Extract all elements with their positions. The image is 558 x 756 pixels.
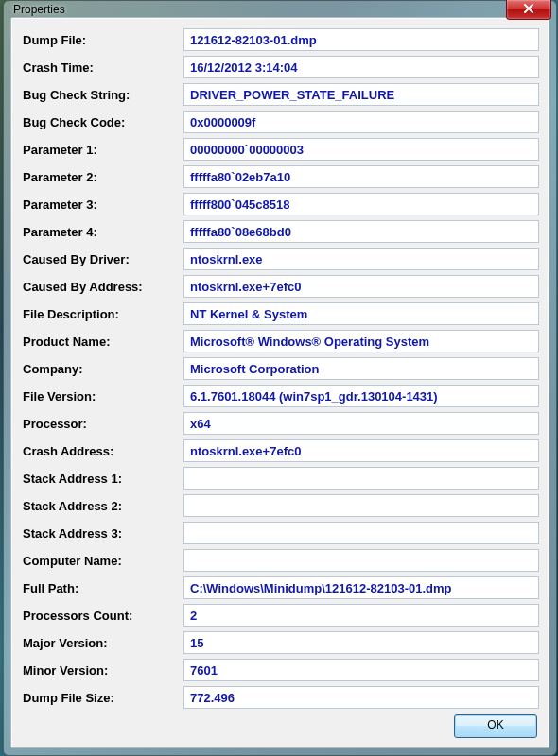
- field-value[interactable]: [183, 56, 539, 78]
- field-row: Full Path:: [21, 576, 539, 600]
- field-row: Parameter 3:: [21, 192, 539, 216]
- field-value[interactable]: [183, 302, 539, 325]
- field-row: Product Name:: [21, 329, 539, 353]
- field-value[interactable]: [183, 220, 539, 243]
- field-value[interactable]: [183, 248, 539, 270]
- field-value[interactable]: [183, 28, 539, 51]
- field-value[interactable]: [183, 193, 539, 215]
- field-row: Caused By Driver:: [21, 247, 539, 271]
- field-row: File Version:: [21, 384, 539, 408]
- field-label: File Version:: [21, 389, 183, 404]
- field-row: Company:: [21, 356, 539, 381]
- field-row: Parameter 2:: [21, 164, 539, 189]
- field-row: Stack Address 3:: [21, 521, 539, 545]
- field-value[interactable]: [183, 659, 539, 681]
- field-value[interactable]: [183, 576, 539, 599]
- field-label: Processors Count:: [21, 609, 183, 623]
- field-row: Stack Address 1:: [21, 466, 539, 490]
- field-label: Full Path:: [21, 581, 183, 595]
- field-row: Dump File:: [21, 27, 539, 52]
- field-label: Parameter 1:: [21, 143, 183, 157]
- field-value[interactable]: [183, 549, 539, 572]
- field-value[interactable]: [183, 165, 539, 188]
- field-value[interactable]: [183, 138, 539, 161]
- field-row: Crash Time:: [21, 55, 539, 79]
- fields-container: Dump File:Crash Time:Bug Check String:Bu…: [21, 27, 539, 710]
- field-label: Parameter 3:: [21, 198, 183, 212]
- field-value[interactable]: [183, 111, 539, 133]
- field-label: Bug Check String:: [21, 88, 183, 102]
- properties-window: Properties Dump File:Crash Time:Bug Chec…: [3, 0, 557, 756]
- field-value[interactable]: [183, 275, 539, 298]
- field-label: Parameter 4:: [21, 225, 183, 239]
- field-row: Dump File Size:: [21, 685, 539, 710]
- field-row: Minor Version:: [21, 658, 539, 682]
- field-label: Stack Address 1:: [21, 472, 183, 486]
- field-label: Caused By Address:: [21, 280, 183, 294]
- field-value[interactable]: [183, 522, 539, 544]
- field-label: Computer Name:: [21, 554, 183, 568]
- field-label: Processor:: [21, 417, 183, 431]
- window-title: Properties: [13, 3, 65, 16]
- field-label: Minor Version:: [21, 663, 183, 678]
- field-row: Caused By Address:: [21, 274, 539, 299]
- field-value[interactable]: [183, 494, 539, 517]
- field-label: Parameter 2:: [21, 170, 183, 184]
- field-row: Parameter 1:: [21, 137, 539, 162]
- field-row: Major Version:: [21, 630, 539, 655]
- field-label: File Description:: [21, 307, 183, 321]
- field-label: Product Name:: [21, 335, 183, 349]
- field-value[interactable]: [183, 631, 539, 654]
- field-value[interactable]: [183, 686, 539, 709]
- field-label: Bug Check Code:: [21, 115, 183, 129]
- button-row: OK: [21, 710, 539, 742]
- field-value[interactable]: [183, 330, 539, 352]
- field-row: Parameter 4:: [21, 219, 539, 244]
- field-row: File Description:: [21, 301, 539, 326]
- field-label: Stack Address 2:: [21, 499, 183, 513]
- field-label: Company:: [21, 362, 183, 376]
- field-row: Crash Address:: [21, 438, 539, 463]
- close-icon: [523, 0, 534, 17]
- titlebar[interactable]: Properties: [4, 1, 556, 17]
- field-label: Caused By Driver:: [21, 252, 183, 266]
- field-row: Computer Name:: [21, 548, 539, 573]
- field-value[interactable]: [183, 357, 539, 380]
- field-row: Bug Check String:: [21, 82, 539, 107]
- close-button[interactable]: [506, 0, 551, 20]
- field-row: Processor:: [21, 411, 539, 436]
- field-label: Dump File Size:: [21, 691, 183, 705]
- field-value[interactable]: [183, 412, 539, 435]
- field-row: Bug Check Code:: [21, 110, 539, 134]
- field-label: Crash Address:: [21, 444, 183, 458]
- field-value[interactable]: [183, 439, 539, 462]
- field-row: Processors Count:: [21, 603, 539, 627]
- field-label: Major Version:: [21, 636, 183, 650]
- client-area: Dump File:Crash Time:Bug Check String:Bu…: [10, 17, 549, 748]
- field-label: Crash Time:: [21, 60, 183, 75]
- field-label: Stack Address 3:: [21, 526, 183, 541]
- field-value[interactable]: [183, 83, 539, 106]
- ok-button[interactable]: OK: [454, 714, 537, 738]
- field-value[interactable]: [183, 467, 539, 490]
- field-value[interactable]: [183, 385, 539, 407]
- field-value[interactable]: [183, 604, 539, 627]
- field-row: Stack Address 2:: [21, 493, 539, 518]
- field-label: Dump File:: [21, 33, 183, 47]
